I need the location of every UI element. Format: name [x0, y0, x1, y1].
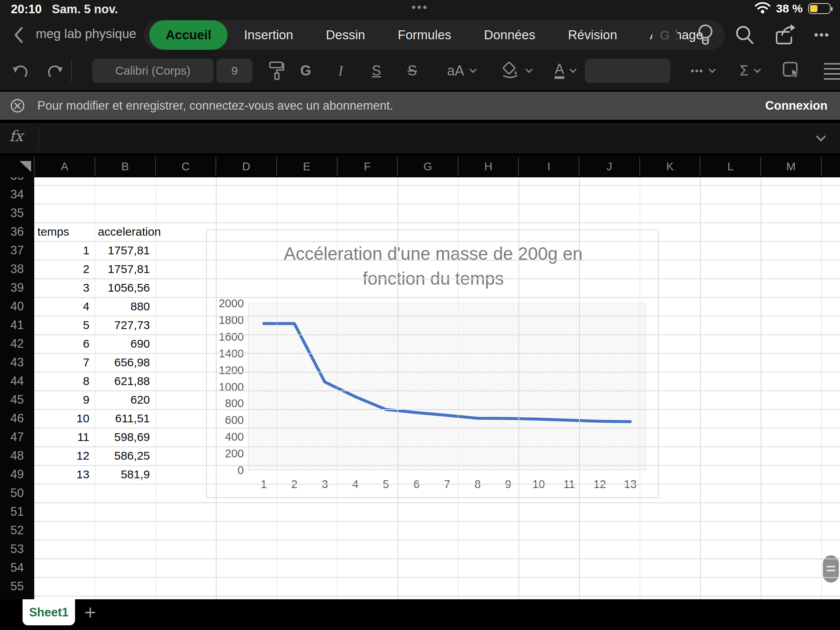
ribbon-tab-dessin[interactable]: Dessin — [310, 20, 382, 50]
row-header-42[interactable]: 42 — [0, 337, 34, 351]
cell-acceleration-value[interactable]: 656,98 — [98, 356, 150, 369]
cell-acceleration-value[interactable]: 586,25 — [98, 449, 150, 462]
scrollbar-handle[interactable] — [823, 555, 839, 583]
row-header-44[interactable]: 44 — [0, 374, 34, 388]
cell-temps-value[interactable]: 2 — [37, 262, 89, 276]
row-header-52[interactable]: 52 — [0, 523, 34, 537]
cell-temps-value[interactable]: 10 — [37, 412, 89, 425]
cell-temps-value[interactable]: 11 — [37, 430, 89, 444]
row-header-55[interactable]: 55 — [0, 579, 34, 593]
row-header-45[interactable]: 45 — [0, 393, 34, 407]
cell-acceleration-value[interactable]: 880 — [98, 300, 150, 313]
row-header-49[interactable]: 49 — [0, 467, 34, 481]
alignment-icon[interactable] — [824, 63, 840, 80]
row-header-34[interactable]: 34 — [0, 187, 34, 201]
column-header-M[interactable]: M — [761, 156, 821, 177]
cell-acceleration-value[interactable]: 1757,81 — [98, 244, 150, 257]
column-header-B[interactable]: B — [95, 156, 156, 177]
number-format-box[interactable] — [585, 59, 670, 83]
font-name-select[interactable]: Calibri (Corps) — [92, 59, 214, 83]
ribbon-tab-révision[interactable]: Révision — [551, 20, 634, 50]
more-menu-icon[interactable]: ••• — [814, 28, 830, 42]
italic-button[interactable]: I — [329, 51, 352, 90]
lightbulb-icon[interactable] — [695, 22, 716, 48]
bold-button[interactable]: G — [294, 51, 317, 90]
dismiss-notification-icon[interactable] — [10, 98, 25, 115]
row-header-36[interactable]: 36 — [0, 225, 34, 239]
select-all-button[interactable] — [17, 159, 33, 175]
ribbon-tab-formules[interactable]: Formules — [382, 20, 468, 50]
row-header-43[interactable]: 43 — [0, 355, 34, 369]
column-header-I[interactable]: I — [518, 156, 579, 177]
column-header-A[interactable]: A — [34, 156, 95, 177]
column-header-K[interactable]: K — [640, 156, 700, 177]
add-sheet-button[interactable]: + — [79, 599, 101, 625]
share-icon[interactable] — [774, 23, 796, 47]
row-header-33[interactable]: 33 — [0, 177, 34, 183]
row-header-40[interactable]: 40 — [0, 299, 34, 313]
row-header-53[interactable]: 53 — [0, 542, 34, 556]
row-header-41[interactable]: 41 — [0, 318, 34, 332]
cell-temps-value[interactable]: 1 — [37, 244, 89, 257]
row-header-50[interactable]: 50 — [0, 486, 34, 500]
row-header-46[interactable]: 46 — [0, 411, 34, 425]
connexion-button[interactable]: Connexion — [765, 99, 828, 113]
formula-bar-expand-icon[interactable] — [816, 131, 826, 141]
ribbon-tab-données[interactable]: Données — [467, 20, 551, 50]
cell-acceleration-value[interactable]: 1757,81 — [98, 262, 150, 276]
spreadsheet-grid[interactable]: 3334353637383940414243444546474849505152… — [0, 177, 840, 599]
column-header-G[interactable]: G — [397, 156, 458, 177]
formula-bar[interactable]: fx — [0, 123, 840, 153]
cell-acceleration-value[interactable]: 581,9 — [98, 468, 150, 481]
cell-acceleration-value[interactable]: 727,73 — [98, 318, 150, 332]
multitask-dots-icon[interactable]: ••• — [0, 1, 840, 14]
cell-temps-value[interactable]: 7 — [37, 356, 89, 369]
profile-avatar[interactable]: G — [652, 23, 677, 47]
column-header-L[interactable]: L — [700, 156, 761, 177]
undo-button[interactable] — [9, 51, 31, 90]
underline-button[interactable]: S — [365, 51, 388, 90]
cell-acceleration-value[interactable]: 620 — [98, 393, 150, 406]
column-header-F[interactable]: F — [337, 156, 398, 177]
fill-color-button[interactable] — [493, 51, 538, 90]
font-size-select[interactable]: 9 — [217, 59, 252, 83]
cell-temps-header[interactable]: temps — [37, 225, 89, 238]
sheet-tab-active[interactable]: Sheet1 — [23, 599, 75, 625]
cell-temps-value[interactable]: 5 — [37, 318, 89, 332]
column-header-J[interactable]: J — [579, 156, 640, 177]
cell-temps-value[interactable]: 9 — [37, 393, 89, 406]
search-icon[interactable] — [734, 24, 756, 46]
select-cells-icon[interactable] — [779, 51, 804, 90]
cell-acceleration-value[interactable]: 611,51 — [98, 412, 150, 425]
row-header-47[interactable]: 47 — [0, 430, 34, 444]
cell-acceleration-value[interactable]: 1056,56 — [98, 281, 150, 294]
redo-button[interactable] — [44, 51, 66, 90]
row-header-35[interactable]: 35 — [0, 206, 34, 220]
row-header-48[interactable]: 48 — [0, 449, 34, 463]
column-header-H[interactable]: H — [458, 156, 519, 177]
format-painter-icon[interactable] — [264, 51, 288, 90]
cell-temps-value[interactable]: 3 — [37, 281, 89, 294]
back-button[interactable] — [10, 25, 27, 45]
cell-acceleration-value[interactable]: 598,69 — [98, 430, 150, 444]
change-case-button[interactable]: aA — [439, 51, 484, 90]
cell-acceleration-value[interactable]: 690 — [98, 337, 150, 350]
cell-acceleration-value[interactable]: 621,88 — [98, 374, 150, 388]
cell-temps-value[interactable]: 12 — [37, 449, 89, 462]
ribbon-tab-accueil[interactable]: Accueil — [149, 20, 228, 50]
font-color-button[interactable]: A — [544, 51, 586, 90]
cell-acceleration-header[interactable]: acceleration — [98, 225, 150, 238]
ribbon-tab-insertion[interactable]: Insertion — [228, 20, 310, 50]
autosum-button[interactable]: Σ — [730, 51, 770, 90]
row-header-54[interactable]: 54 — [0, 561, 34, 575]
cell-temps-value[interactable]: 6 — [37, 337, 89, 350]
row-header-39[interactable]: 39 — [0, 281, 34, 295]
column-header-D[interactable]: D — [216, 156, 276, 177]
cell-temps-value[interactable]: 4 — [37, 300, 89, 313]
row-header-38[interactable]: 38 — [0, 262, 34, 276]
acceleration-chart[interactable]: Accéleration d'une masse de 200g en fonc… — [206, 229, 659, 498]
strikethrough-button[interactable]: S — [401, 51, 424, 90]
column-header-E[interactable]: E — [276, 156, 337, 177]
row-header-51[interactable]: 51 — [0, 505, 34, 519]
row-header-37[interactable]: 37 — [0, 243, 34, 257]
